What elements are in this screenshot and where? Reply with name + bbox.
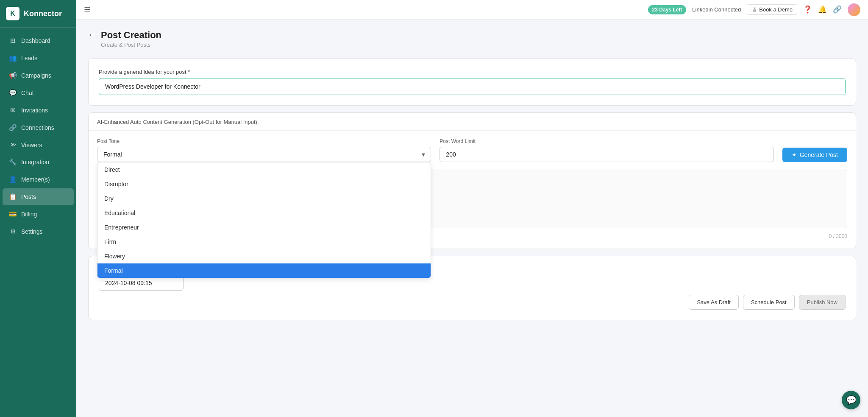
tone-option-entrepreneur[interactable]: Entrepreneur	[97, 220, 431, 235]
connections-icon: 🔗	[8, 124, 17, 132]
sidebar-item-posts[interactable]: 📋Posts	[3, 188, 74, 205]
word-limit-input[interactable]	[440, 147, 773, 162]
invitations-icon: ✉	[8, 106, 17, 114]
sidebar-label-posts: Posts	[21, 193, 36, 200]
generate-icon: ✦	[792, 151, 797, 158]
back-button[interactable]: ←	[88, 31, 96, 39]
dashboard-icon: ⊞	[8, 37, 17, 45]
chat-bubble-icon: 💬	[846, 395, 857, 405]
campaigns-icon: 📢	[8, 72, 17, 79]
share-icon[interactable]: 🔗	[833, 5, 842, 14]
sidebar-item-campaigns[interactable]: 📢Campaigns	[3, 67, 74, 84]
linkedin-status: Linkedin Connected	[692, 6, 741, 13]
sidebar-label-members: Member(s)	[21, 176, 50, 183]
page-title-block: Post Creation Create & Post Posts	[101, 30, 161, 48]
tone-label: Post Tone	[97, 138, 431, 144]
content-area: ← Post Creation Create & Post Posts Prov…	[76, 20, 868, 417]
tone-block: Post Tone ▼ DirectDisruptorDryEducationa…	[97, 138, 431, 162]
ai-section: AI-Enhanced Auto Content Generation (Opt…	[88, 112, 856, 249]
tone-word-row: Post Tone ▼ DirectDisruptorDryEducationa…	[97, 138, 847, 162]
notification-icon[interactable]: 🔔	[818, 5, 827, 14]
sidebar-label-viewers: Viewers	[21, 142, 42, 148]
sidebar-label-campaigns: Campaigns	[21, 72, 51, 79]
char-count: 0 / 3000	[829, 233, 847, 239]
book-demo-label: Book a Demo	[759, 6, 793, 13]
sidebar-label-leads: Leads	[21, 55, 37, 62]
sidebar-nav: ⊞Dashboard👥Leads📢Campaigns💬Chat✉Invitati…	[0, 28, 76, 417]
viewers-icon: 👁	[8, 141, 17, 148]
chat-bubble[interactable]: 💬	[842, 391, 860, 409]
sidebar: K Konnector ⊞Dashboard👥Leads📢Campaigns💬C…	[0, 0, 76, 417]
tone-select-wrapper: ▼ DirectDisruptorDryEducationalEntrepren…	[97, 147, 431, 162]
tone-option-flowery[interactable]: Flowery	[97, 249, 431, 263]
integration-icon: 🔧	[8, 158, 17, 166]
sidebar-item-settings[interactable]: ⚙Settings	[3, 223, 74, 240]
sidebar-label-billing: Billing	[21, 211, 37, 218]
topbar: ☰ 23 Days Left Linkedin Connected 🖥 Book…	[76, 0, 868, 20]
tone-option-direct[interactable]: Direct	[97, 162, 431, 177]
word-limit-label: Post Word Limit	[440, 138, 773, 144]
main-area: ☰ 23 Days Left Linkedin Connected 🖥 Book…	[76, 0, 868, 417]
tone-option-formal[interactable]: Formal	[97, 263, 431, 278]
posts-icon: 📋	[8, 193, 17, 201]
sidebar-item-chat[interactable]: 💬Chat	[3, 84, 74, 101]
logo-text: Konnector	[24, 9, 62, 18]
page-header: ← Post Creation Create & Post Posts	[88, 30, 856, 48]
generate-post-button[interactable]: ✦ Generate Post	[782, 148, 847, 162]
word-block: Post Word Limit	[440, 138, 773, 162]
sidebar-label-invitations: Invitations	[21, 107, 48, 114]
book-demo-icon: 🖥	[751, 6, 757, 13]
idea-input[interactable]	[99, 78, 846, 95]
sidebar-label-dashboard: Dashboard	[21, 37, 50, 44]
publish-now-button[interactable]: Publish Now	[799, 295, 846, 310]
tone-input[interactable]	[97, 147, 431, 162]
sidebar-item-billing[interactable]: 💳Billing	[3, 206, 74, 223]
sidebar-item-integration[interactable]: 🔧Integration	[3, 154, 74, 171]
logo-icon: K	[6, 7, 19, 20]
idea-card: Provide a general Idea for your post *	[88, 58, 856, 106]
sidebar-label-chat: Chat	[21, 90, 34, 96]
topbar-right: 23 Days Left Linkedin Connected 🖥 Book a…	[648, 3, 860, 16]
sidebar-label-settings: Settings	[21, 228, 43, 235]
sidebar-item-viewers[interactable]: 👁Viewers	[3, 137, 74, 153]
sidebar-label-connections: Connections	[21, 124, 54, 131]
save-as-draft-button[interactable]: Save As Draft	[689, 295, 738, 310]
sidebar-item-members[interactable]: 👤Member(s)	[3, 171, 74, 188]
tone-option-dry[interactable]: Dry	[97, 191, 431, 206]
tone-option-firm[interactable]: Firm	[97, 235, 431, 249]
days-left-badge[interactable]: 23 Days Left	[648, 5, 687, 14]
tone-dropdown-list[interactable]: DirectDisruptorDryEducationalEntrepreneu…	[97, 162, 431, 278]
page-title: Post Creation	[101, 30, 161, 41]
book-demo-button[interactable]: 🖥 Book a Demo	[747, 4, 797, 15]
sidebar-item-leads[interactable]: 👥Leads	[3, 50, 74, 67]
sidebar-item-invitations[interactable]: ✉Invitations	[3, 102, 74, 119]
ai-section-header: AI-Enhanced Auto Content Generation (Opt…	[89, 113, 856, 131]
leads-icon: 👥	[8, 54, 17, 62]
sidebar-item-dashboard[interactable]: ⊞Dashboard	[3, 32, 74, 49]
generate-label: Generate Post	[800, 151, 838, 158]
hamburger-icon[interactable]: ☰	[84, 5, 91, 14]
billing-icon: 💳	[8, 210, 17, 218]
topbar-left: ☰	[84, 5, 91, 14]
chat-icon: 💬	[8, 89, 17, 97]
sidebar-label-integration: Integration	[21, 159, 49, 165]
avatar[interactable]	[848, 3, 860, 16]
page-subtitle: Create & Post Posts	[101, 42, 161, 48]
sidebar-item-connections[interactable]: 🔗Connections	[3, 119, 74, 136]
members-icon: 👤	[8, 176, 17, 183]
settings-icon: ⚙	[8, 228, 17, 235]
help-icon[interactable]: ❓	[803, 5, 812, 14]
action-row: Save As Draft Schedule Post Publish Now	[99, 295, 846, 310]
ai-section-body: Post Tone ▼ DirectDisruptorDryEducationa…	[89, 131, 856, 249]
idea-label: Provide a general Idea for your post *	[99, 69, 846, 75]
logo-area: K Konnector	[0, 0, 76, 28]
schedule-post-button[interactable]: Schedule Post	[743, 295, 795, 310]
tone-option-educational[interactable]: Educational	[97, 206, 431, 220]
tone-option-disruptor[interactable]: Disruptor	[97, 177, 431, 191]
